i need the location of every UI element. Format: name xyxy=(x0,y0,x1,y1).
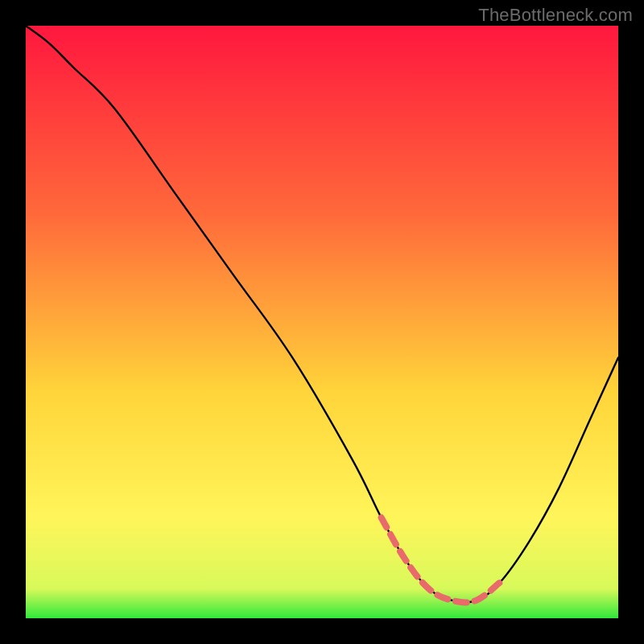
bottleneck-chart xyxy=(0,0,644,644)
chart-stage: TheBottleneck.com xyxy=(0,0,644,644)
watermark-text: TheBottleneck.com xyxy=(478,5,633,26)
plot-gradient-area xyxy=(26,26,618,618)
